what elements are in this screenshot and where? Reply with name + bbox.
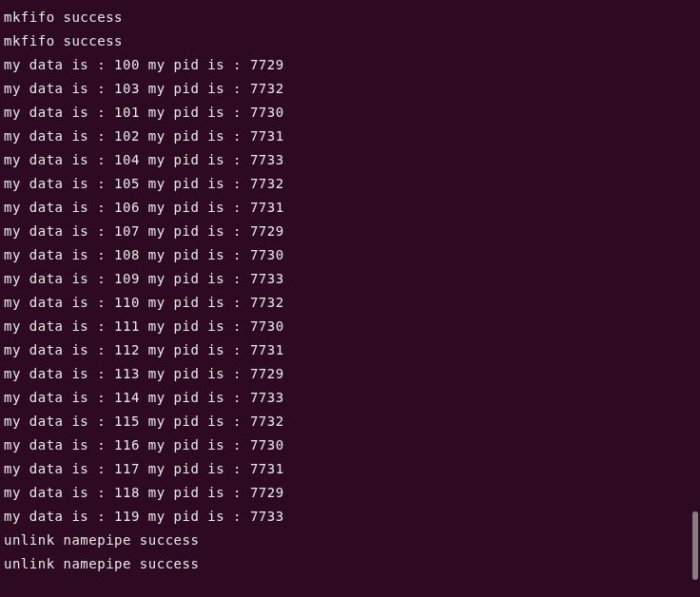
scrollbar-thumb[interactable] [692,511,698,580]
output-line: my data is : 103 my pid is : 7732 [4,77,696,101]
output-line: my data is : 110 my pid is : 7732 [4,291,696,315]
output-line: my data is : 101 my pid is : 7730 [4,101,696,125]
output-line: my data is : 119 my pid is : 7733 [4,505,696,529]
output-line: my data is : 105 my pid is : 7732 [4,172,696,196]
output-line: mkfifo success [4,29,696,53]
output-line: my data is : 112 my pid is : 7731 [4,338,696,362]
output-line: my data is : 118 my pid is : 7729 [4,481,696,505]
output-line: my data is : 100 my pid is : 7729 [4,53,696,77]
output-line: my data is : 116 my pid is : 7730 [4,433,696,457]
output-line: mkfifo success [4,6,696,29]
output-line: my data is : 111 my pid is : 7730 [4,315,696,338]
output-line: my data is : 104 my pid is : 7733 [4,148,696,172]
output-line: my data is : 117 my pid is : 7731 [4,457,696,481]
output-line: my data is : 114 my pid is : 7733 [4,386,696,410]
terminal-output: mkfifo success mkfifo success my data is… [4,6,696,576]
output-line: my data is : 113 my pid is : 7729 [4,362,696,386]
scrollbar[interactable] [690,0,698,597]
output-line: my data is : 106 my pid is : 7731 [4,196,696,220]
output-line: my data is : 102 my pid is : 7731 [4,125,696,148]
output-line: my data is : 115 my pid is : 7732 [4,410,696,433]
output-line: my data is : 107 my pid is : 7729 [4,220,696,243]
output-line: unlink namepipe success [4,529,696,552]
output-line: unlink namepipe success [4,552,696,576]
output-line: my data is : 108 my pid is : 7730 [4,243,696,267]
output-line: my data is : 109 my pid is : 7733 [4,267,696,291]
